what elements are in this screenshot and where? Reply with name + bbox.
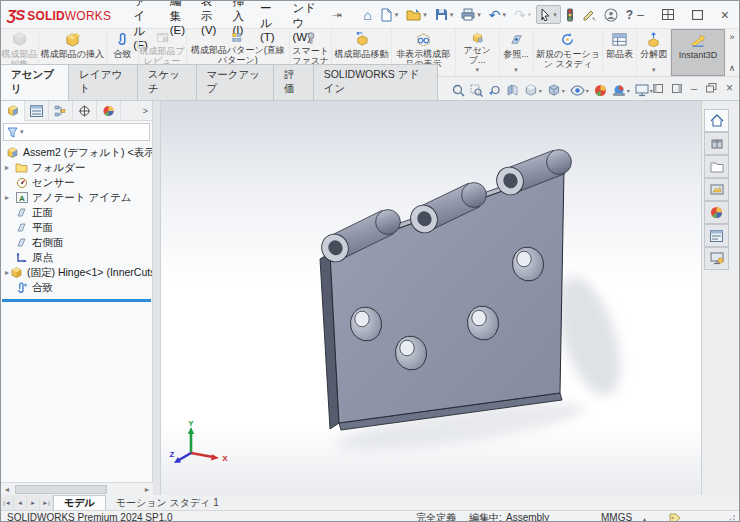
tree-item-top-plane[interactable]: 平面	[1, 220, 152, 235]
tab-nav-prev[interactable]: ◄	[14, 495, 27, 510]
pane-right-icon[interactable]	[672, 84, 682, 93]
tag-icon[interactable]	[669, 513, 681, 522]
tree-item-origin[interactable]: 原点	[1, 250, 152, 265]
tree-item-mates[interactable]: 合致	[1, 280, 152, 295]
scroll-left-icon[interactable]: ◄	[1, 486, 13, 493]
dimxpert-icon	[78, 105, 91, 117]
apply-scene-button[interactable]: ▾	[612, 84, 630, 97]
pane-left-icon[interactable]	[653, 84, 663, 93]
doc-restore-button[interactable]	[706, 83, 717, 93]
tab-model[interactable]: モデル	[53, 495, 106, 510]
scrollbar-thumb[interactable]	[15, 485, 107, 494]
dropdown-caret-icon[interactable]: ▾	[514, 65, 518, 76]
document-window-controls: – ×	[653, 81, 739, 100]
component-pattern-icon	[229, 32, 246, 43]
bill-of-materials-button[interactable]: 部品表	[603, 29, 637, 76]
tree-filter-field[interactable]: ▾	[3, 123, 150, 141]
instant3d-button[interactable]: Instant3D	[671, 29, 725, 76]
graphics-viewport[interactable]: Y X Z	[161, 101, 701, 495]
svg-text:Z: Z	[170, 450, 175, 459]
tab-layout[interactable]: レイアウト	[68, 64, 137, 100]
view-orientation-button[interactable]: ▾	[524, 84, 542, 97]
exploded-view-button[interactable]: 分解図 ▾	[637, 29, 671, 76]
edit-appearance-button[interactable]	[594, 84, 607, 97]
property-manager-icon	[30, 105, 43, 117]
view-settings-button[interactable]: ▾	[635, 84, 653, 97]
tab-dimxpertmanager[interactable]	[73, 101, 97, 121]
select-tool-button[interactable]: ▾	[536, 5, 561, 24]
maximize-button[interactable]	[692, 10, 703, 20]
open-button[interactable]: ▾	[403, 6, 430, 23]
scroll-right-icon[interactable]: ►	[141, 486, 153, 493]
tree-item-annotations[interactable]: ▸ A アノテート アイテム	[1, 190, 152, 205]
units-selector[interactable]: MMGS	[601, 511, 632, 522]
rebuild-button[interactable]	[563, 6, 577, 24]
reference-geometry-button[interactable]: 参照... ▾	[500, 29, 534, 76]
tree-item-assembly-root[interactable]: Assem2 (デフォルト) <表示状態-1>	[1, 145, 152, 160]
undo-button[interactable]: ↶▾	[486, 5, 509, 25]
zoom-to-fit-button[interactable]	[452, 84, 465, 97]
overflow-icon[interactable]: »	[730, 32, 735, 42]
tree-item-hinge-component[interactable]: ▸ (固定) Hinge<1> (InnerCuts) <<ア	[1, 265, 152, 280]
tree-item-sensors[interactable]: センサー	[1, 175, 152, 190]
print-button[interactable]: ▾	[458, 6, 484, 23]
taskpane-view-palette-button[interactable]	[704, 178, 729, 201]
taskpane-home-button[interactable]	[704, 109, 729, 132]
panel-splitter[interactable]	[153, 101, 161, 495]
new-document-button[interactable]: ▾	[377, 6, 402, 24]
help-button[interactable]: ?	[623, 6, 636, 24]
rollback-bar[interactable]	[2, 299, 151, 302]
taskpane-custom-properties-button[interactable]	[704, 224, 729, 247]
motion-study-icon	[559, 32, 576, 47]
tree-item-front-plane[interactable]: 正面	[1, 205, 152, 220]
collapse-toolbar-icon[interactable]: ∧	[729, 63, 736, 73]
taskpane-file-explorer-button[interactable]	[704, 155, 729, 178]
tile-windows-icon[interactable]	[662, 9, 674, 20]
tab-evaluate[interactable]: 評価	[273, 64, 314, 100]
tab-motion-study-1[interactable]: モーション スタディ 1	[106, 495, 229, 510]
tab-propertymanager[interactable]	[25, 101, 49, 121]
taskpane-forum-button[interactable]	[704, 247, 729, 270]
tree-horizontal-scrollbar[interactable]: ◄ ►	[1, 482, 153, 495]
sign-in-button[interactable]	[601, 6, 621, 24]
undo-icon: ↶	[489, 7, 501, 23]
new-motion-study-button[interactable]: 新規のモーション スタディ	[534, 29, 604, 76]
taskpane-design-library-button[interactable]	[704, 132, 729, 155]
tab-configurationmanager[interactable]	[49, 101, 73, 121]
section-view-button[interactable]	[506, 84, 519, 97]
expand-icon[interactable]: ▸	[5, 193, 14, 202]
home-button[interactable]: ⌂	[360, 5, 374, 25]
close-button[interactable]: ×	[721, 7, 729, 23]
pin-menu-icon[interactable]: 📌︎	[330, 6, 346, 22]
dropdown-caret-icon[interactable]: ▾	[475, 65, 479, 76]
tab-nav-last[interactable]: ►|	[40, 495, 53, 510]
previous-view-button[interactable]	[488, 84, 501, 97]
tab-markup[interactable]: マークアップ	[196, 64, 275, 100]
tab-nav-next[interactable]: ►	[27, 495, 40, 510]
doc-close-button[interactable]: ×	[726, 81, 733, 95]
tab-nav-first[interactable]: |◄	[1, 495, 14, 510]
panel-expand-icon[interactable]: >	[143, 106, 152, 116]
minimize-button[interactable]: –	[637, 8, 644, 22]
assembly-features-button[interactable]: アセンブ... ▾	[456, 29, 500, 76]
configuration-manager-icon	[54, 105, 67, 117]
dropdown-caret-icon[interactable]: ▾	[652, 65, 656, 76]
tab-solidworks-addins[interactable]: SOLIDWORKS アドイン	[313, 64, 438, 100]
units-caret-icon[interactable]: ▴	[643, 513, 646, 522]
sketch-pencil-button[interactable]	[579, 6, 599, 23]
tree-item-right-plane[interactable]: 右側面	[1, 235, 152, 250]
zoom-to-area-button[interactable]	[470, 84, 483, 97]
display-style-button[interactable]: ▾	[547, 84, 565, 97]
tab-featuremanager-tree[interactable]	[1, 101, 25, 121]
expand-icon[interactable]: ▸	[5, 163, 14, 172]
hide-show-items-button[interactable]: ▾	[570, 84, 589, 97]
tree-item-folder[interactable]: ▸ フォルダー	[1, 160, 152, 175]
tab-displaymanager[interactable]	[97, 101, 121, 121]
redo-button[interactable]: ↷▾	[511, 5, 534, 25]
doc-minimize-button[interactable]: –	[691, 82, 697, 94]
tab-assembly[interactable]: アセンブリ	[0, 64, 69, 100]
save-button[interactable]: ▾	[432, 6, 457, 23]
pencil-icon	[582, 8, 596, 21]
tab-sketch[interactable]: スケッチ	[137, 64, 197, 100]
taskpane-appearances-button[interactable]	[704, 201, 729, 224]
